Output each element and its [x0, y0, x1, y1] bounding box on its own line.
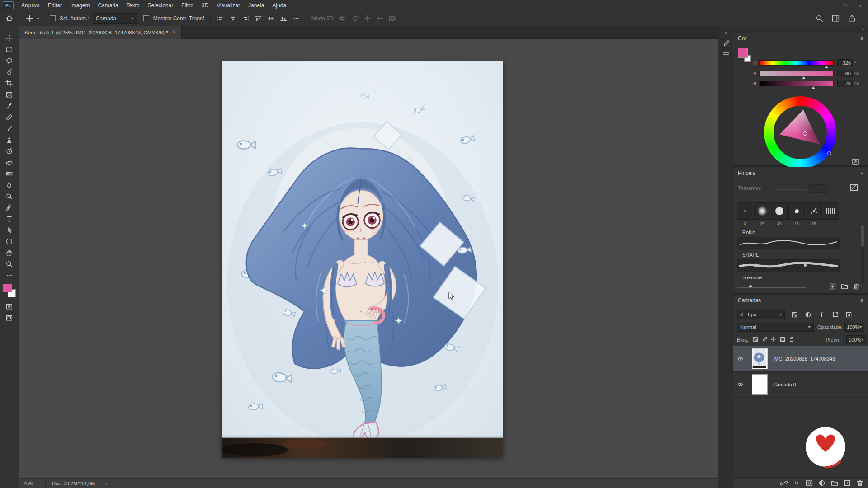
brush-settings-panel-icon[interactable]	[850, 183, 858, 193]
quick-selection-tool[interactable]	[2, 66, 17, 78]
eyedropper-tool[interactable]	[2, 100, 17, 112]
lock-all-icon[interactable]	[788, 336, 795, 343]
menu-visualizar[interactable]: Visualizar	[212, 0, 244, 11]
new-brush-icon[interactable]	[829, 283, 836, 291]
layer-row[interactable]: Camada 0	[733, 372, 868, 398]
color-wheel[interactable]	[764, 96, 836, 169]
dock-collapse-icon[interactable]: «	[862, 27, 864, 32]
preview-size-slider-thumb[interactable]	[749, 285, 752, 287]
brush-tool[interactable]	[2, 123, 17, 134]
share-icon[interactable]	[846, 13, 857, 24]
brush-preset[interactable]	[806, 202, 822, 220]
visibility-cell[interactable]	[733, 372, 747, 397]
layer-thumbnail[interactable]	[752, 348, 768, 369]
screen-mode-icon[interactable]	[2, 312, 17, 324]
align-top-icon[interactable]	[253, 13, 264, 24]
filter-type-icon[interactable]	[816, 310, 826, 319]
panel-menu-icon[interactable]: ≡	[860, 297, 863, 304]
opacity-field[interactable]: 100%	[844, 323, 864, 332]
toolbar-collapse-icon[interactable]: »	[8, 27, 10, 33]
menu-ajuda[interactable]: Ajuda	[268, 0, 290, 11]
brush-preset[interactable]	[771, 202, 788, 220]
close-button[interactable]: ×	[853, 0, 868, 11]
zoom-tool[interactable]	[2, 258, 17, 270]
new-layer-icon[interactable]	[842, 478, 853, 488]
trash-icon[interactable]	[853, 283, 860, 291]
workspace-icon[interactable]	[830, 13, 841, 24]
menu-filtro[interactable]: Filtro	[177, 0, 198, 11]
type-tool[interactable]	[2, 213, 17, 225]
filter-adjustment-icon[interactable]	[803, 310, 813, 319]
dodge-tool[interactable]	[2, 191, 17, 202]
menu-selecionar[interactable]: Selecionar	[143, 0, 177, 11]
color-swatches[interactable]	[3, 284, 16, 297]
filter-pixel-icon[interactable]	[789, 310, 799, 319]
rectangular-marquee-tool[interactable]	[2, 44, 17, 55]
move-tool[interactable]	[2, 33, 17, 44]
lasso-tool[interactable]	[2, 55, 17, 66]
filter-shape-icon[interactable]	[830, 310, 840, 319]
brightness-value[interactable]: 73	[837, 80, 853, 87]
maximize-button[interactable]: □	[837, 0, 853, 11]
move-tool-preset-icon[interactable]	[24, 13, 35, 24]
hue-value[interactable]: 326	[837, 59, 853, 66]
layer-thumbnail[interactable]	[752, 374, 768, 395]
chevron-down-icon[interactable]	[37, 18, 39, 19]
brush-group-name[interactable]: Treasure	[742, 275, 762, 280]
blur-tool[interactable]	[2, 179, 17, 191]
layer-effects-icon[interactable]: fx	[791, 478, 802, 488]
layer-filter-box[interactable]: Tipo	[737, 310, 785, 319]
brightness-slider-thumb[interactable]	[811, 86, 815, 89]
fill-field[interactable]: 100%	[846, 335, 866, 344]
color-picker-icon[interactable]	[852, 158, 859, 167]
saturation-slider-thumb[interactable]	[802, 76, 806, 79]
eye-icon[interactable]	[737, 382, 744, 387]
dock-expand-icon[interactable]: «	[720, 27, 732, 38]
brush-stroke-preview[interactable]	[737, 259, 840, 272]
quick-mask-icon[interactable]	[2, 301, 17, 312]
home-icon[interactable]	[4, 13, 14, 24]
hue-ring-marker[interactable]	[827, 151, 831, 155]
brush-stroke-preview[interactable]	[737, 237, 840, 249]
document-tab[interactable]: Sem Título-1 @ 25% (IMG_20200828_1747083…	[19, 26, 182, 39]
pen-tool[interactable]	[2, 202, 17, 213]
history-brush-tool[interactable]	[2, 145, 17, 157]
mini-foreground-swatch[interactable]	[738, 48, 748, 58]
align-right-icon[interactable]	[241, 13, 251, 24]
preview-size-slider[interactable]	[737, 287, 806, 288]
crop-tool[interactable]	[2, 78, 17, 89]
folder-icon[interactable]	[841, 283, 848, 291]
layer-mask-icon[interactable]	[804, 478, 815, 488]
search-icon[interactable]	[814, 13, 825, 24]
brush-preset[interactable]	[788, 202, 805, 220]
layer-name[interactable]: IMG_20200828_174708343	[773, 356, 835, 361]
align-center-vertical-icon[interactable]	[266, 13, 277, 24]
menu-texto[interactable]: Texto	[123, 0, 144, 11]
menu-arquivo[interactable]: Arquivo	[17, 0, 44, 11]
saturation-slider[interactable]	[760, 71, 834, 76]
frame-tool[interactable]	[2, 89, 17, 100]
brush-preset[interactable]	[754, 202, 770, 220]
color-panel-header[interactable]: Cor ≡	[733, 33, 868, 44]
saturation-value[interactable]: 60	[837, 70, 853, 77]
brush-group-name[interactable]: Robin	[742, 230, 755, 235]
collapsed-brushes-icon[interactable]	[720, 49, 732, 60]
lock-transparency-icon[interactable]	[752, 336, 759, 343]
brightness-slider[interactable]	[760, 81, 834, 86]
brushes-scrollbar[interactable]	[861, 224, 864, 283]
lock-image-icon[interactable]	[761, 336, 768, 343]
blend-mode-dropdown[interactable]: Normal	[737, 323, 814, 332]
path-selection-tool[interactable]	[2, 225, 17, 236]
visibility-cell[interactable]	[733, 346, 747, 371]
menu-3d[interactable]: 3D	[198, 0, 212, 11]
auto-select-dropdown[interactable]: Camada	[93, 13, 137, 24]
collapsed-brush-settings-icon[interactable]	[720, 38, 732, 49]
document-canvas[interactable]	[222, 61, 503, 458]
brush-preset[interactable]	[823, 202, 839, 220]
brush-group-name[interactable]: SHAPE	[742, 252, 759, 258]
foreground-color-swatch[interactable]	[3, 284, 12, 292]
auto-select-checkbox[interactable]	[50, 15, 56, 21]
eye-icon[interactable]	[737, 356, 744, 361]
adjustment-layer-icon[interactable]	[816, 478, 827, 488]
menu-imagem[interactable]: Imagem	[66, 0, 94, 11]
